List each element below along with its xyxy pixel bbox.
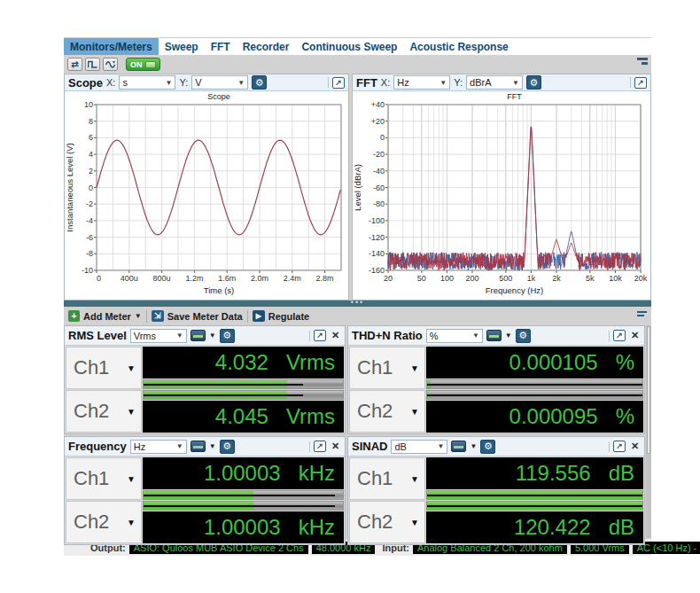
meter-close-icon[interactable]: ✕ — [629, 330, 641, 341]
svg-text:-80: -80 — [373, 199, 385, 208]
meter-settings-gear-icon[interactable]: ⚙ — [220, 440, 235, 454]
meter-settings-gear-icon[interactable]: ⚙ — [480, 440, 495, 454]
svg-text:20: 20 — [384, 274, 393, 283]
svg-text:Frequency (Hz): Frequency (Hz) — [486, 285, 543, 295]
meter-display-style-icon[interactable] — [191, 330, 206, 341]
meter-display-style-icon[interactable] — [191, 441, 206, 452]
svg-text:-160: -160 — [369, 266, 385, 275]
tab-continuous-sweep[interactable]: Continuous Sweep — [295, 38, 403, 55]
meter-unit-select[interactable]: Hz▼ — [130, 440, 187, 454]
svg-text:-4: -4 — [86, 216, 93, 225]
meter-bar — [143, 390, 344, 400]
svg-text:-2: -2 — [86, 199, 93, 208]
svg-text:10: 10 — [84, 100, 93, 109]
meter-scrollbar[interactable] — [646, 325, 651, 538]
tab-sweep[interactable]: Sweep — [159, 38, 205, 55]
channel-selector-ch1[interactable]: Ch1▼ — [66, 347, 142, 389]
scope-popout-icon[interactable]: ↗ — [332, 77, 345, 89]
meter-options-icon[interactable] — [637, 311, 647, 319]
svg-text:0: 0 — [89, 183, 93, 192]
chevron-down-icon: ▼ — [127, 363, 136, 373]
svg-text:Time (s): Time (s) — [204, 285, 234, 295]
svg-text:500: 500 — [499, 274, 512, 283]
generator-on-toggle[interactable]: ON — [126, 58, 160, 71]
meter-popout-icon[interactable]: ↗ — [314, 441, 326, 452]
meter-value: 119.556 — [516, 461, 591, 486]
svg-text:+20: +20 — [371, 117, 385, 126]
channel-selector-ch2[interactable]: Ch2▼ — [349, 501, 425, 543]
horizontal-splitter[interactable]: ••• — [64, 300, 651, 307]
meter-display: 4.045Vrms — [143, 401, 344, 433]
add-meter-button[interactable]: + Add Meter ▼ — [68, 310, 142, 322]
svg-text:-40: -40 — [373, 167, 385, 176]
scope-x-unit-select[interactable]: s▼ — [119, 75, 175, 90]
meter-unit-select[interactable]: dB▼ — [391, 440, 447, 454]
meter-panel-frequency: FrequencyHz▼▼⚙↗✕Ch1▼Ch2▼1.00003kHz1.0000… — [64, 436, 346, 545]
tab-recorder[interactable]: Recorder — [237, 38, 296, 55]
svg-text:-8: -8 — [86, 249, 93, 258]
tab-acoustic-response[interactable]: Acoustic Response — [403, 38, 514, 55]
meter-popout-icon[interactable]: ↗ — [613, 441, 626, 452]
meter-value: 0.000105 — [509, 350, 598, 375]
scrollbar-thumb[interactable] — [647, 326, 650, 454]
analyzer-icon[interactable] — [103, 58, 118, 71]
meter-value: 1.00003 — [204, 461, 281, 486]
chevron-down-icon: ▼ — [410, 474, 419, 484]
meter-display-style-icon[interactable] — [486, 330, 502, 341]
chevron-down-icon: ▼ — [176, 442, 183, 450]
tab-monitors-meters[interactable]: Monitors/Meters — [64, 38, 159, 55]
channel-selector-ch2[interactable]: Ch2▼ — [349, 390, 425, 433]
meter-popout-icon[interactable]: ↗ — [613, 330, 626, 341]
meter-close-icon[interactable]: ✕ — [330, 441, 341, 452]
meter-grid: RMS LevelVrms▼▼⚙↗✕Ch1▼Ch2▼4.032Vrms4.045… — [64, 325, 645, 538]
meter-unit-value: dB — [394, 441, 406, 452]
meter-close-icon[interactable]: ✕ — [629, 441, 641, 452]
meter-value-unit: % — [616, 404, 634, 429]
panel-pin-icon[interactable] — [637, 58, 648, 66]
signal-path-icon[interactable]: ⇄ — [67, 58, 82, 71]
fft-y-unit-select[interactable]: dBrA▼ — [466, 75, 523, 90]
svg-text:10k: 10k — [609, 274, 622, 283]
channel-selector-ch1[interactable]: Ch1▼ — [349, 347, 425, 389]
chevron-down-icon: ▼ — [505, 332, 512, 339]
fft-popout-icon[interactable]: ↗ — [634, 77, 647, 89]
channel-selector-ch2[interactable]: Ch2▼ — [66, 390, 142, 433]
channel-selector-ch1[interactable]: Ch1▼ — [66, 457, 142, 500]
tab-fft[interactable]: FFT — [205, 38, 237, 55]
meter-popout-icon[interactable]: ↗ — [314, 330, 326, 341]
fft-panel: FFT X: Hz▼ Y: dBrA▼ ⚙ ↗ FFT+40+200-20-40… — [352, 74, 651, 300]
fft-y-unit-value: dBrA — [470, 77, 491, 88]
channel-selector-ch2[interactable]: Ch2▼ — [66, 501, 142, 543]
channel-name: Ch2 — [74, 400, 109, 423]
fft-settings-gear-icon[interactable]: ⚙ — [526, 75, 541, 90]
channel-selector-ch1[interactable]: Ch1▼ — [349, 457, 425, 500]
regulate-button[interactable]: ▶ Regulate — [253, 310, 309, 322]
meter-settings-gear-icon[interactable]: ⚙ — [516, 329, 531, 343]
save-meter-data-label: Save Meter Data — [167, 311, 243, 322]
svg-text:Scope: Scope — [207, 92, 230, 101]
svg-text:2.4m: 2.4m — [284, 274, 301, 283]
svg-text:-60: -60 — [373, 183, 385, 192]
meter-unit-value: Hz — [134, 441, 145, 452]
svg-text:5k: 5k — [586, 274, 595, 283]
meter-display: 1.00003kHz — [143, 511, 344, 543]
meter-unit-select[interactable]: %▼ — [426, 329, 483, 343]
meter-close-icon[interactable]: ✕ — [330, 330, 341, 341]
generator-icon[interactable] — [85, 58, 100, 71]
meter-panel-sinad: SINADdB▼▼⚙↗✕Ch1▼Ch2▼119.556dB120.422dB — [347, 436, 645, 545]
chevron-down-icon: ▼ — [439, 79, 447, 87]
scope-y-unit-value: V — [195, 77, 201, 88]
app-window: Monitors/MetersSweepFFTRecorderContinuou… — [64, 37, 651, 556]
scope-settings-gear-icon[interactable]: ⚙ — [252, 75, 267, 90]
meter-title: THD+N Ratio — [352, 329, 423, 342]
svg-text:1.2m: 1.2m — [185, 274, 203, 283]
meter-unit-select[interactable]: Vrms▼ — [130, 329, 187, 343]
fft-x-unit-select[interactable]: Hz▼ — [393, 75, 450, 90]
svg-text:50: 50 — [417, 274, 426, 283]
meter-settings-gear-icon[interactable]: ⚙ — [220, 329, 235, 343]
meter-panel-thd-n-ratio: THD+N Ratio%▼▼⚙↗✕Ch1▼Ch2▼0.000105%0.0000… — [347, 325, 645, 434]
save-meter-data-button[interactable]: ⇲ Save Meter Data — [152, 310, 243, 322]
scope-y-unit-select[interactable]: V▼ — [191, 75, 248, 90]
svg-text:6: 6 — [89, 133, 93, 142]
meter-display-style-icon[interactable] — [451, 441, 466, 452]
